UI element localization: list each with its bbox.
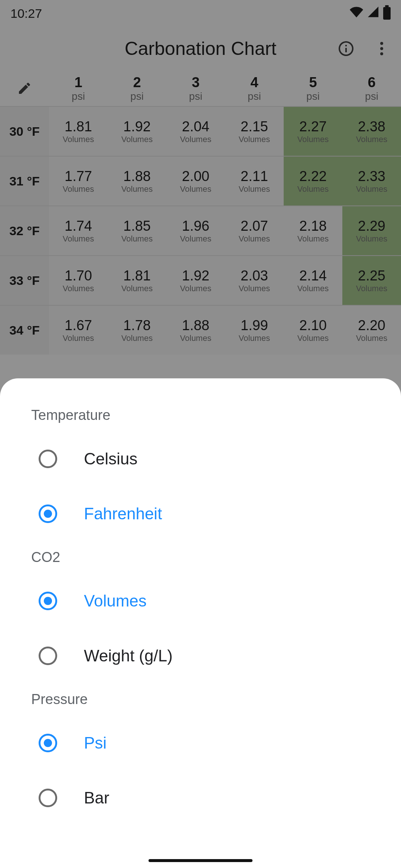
radio-icon[interactable] [39, 789, 57, 807]
radio-label: Bar [84, 789, 109, 807]
settings-bottom-sheet: TemperatureCelsiusFahrenheitCO2VolumesWe… [0, 378, 401, 868]
radio-icon[interactable] [39, 504, 57, 523]
radio-label: Celsius [84, 450, 137, 468]
home-indicator [149, 859, 252, 862]
section-title: Pressure [0, 683, 401, 716]
radio-icon[interactable] [39, 734, 57, 752]
radio-option-fahrenheit[interactable]: Fahrenheit [0, 486, 401, 541]
radio-label: Psi [84, 734, 107, 752]
radio-option-bar[interactable]: Bar [0, 770, 401, 825]
radio-icon[interactable] [39, 647, 57, 665]
section-title: CO2 [0, 541, 401, 573]
radio-option-celsius[interactable]: Celsius [0, 431, 401, 486]
radio-label: Volumes [84, 592, 147, 610]
radio-option-weight-g-l-[interactable]: Weight (g/L) [0, 628, 401, 683]
radio-label: Weight (g/L) [84, 647, 173, 665]
section-title: Temperature [0, 399, 401, 431]
radio-option-volumes[interactable]: Volumes [0, 573, 401, 628]
radio-icon[interactable] [39, 450, 57, 468]
radio-option-psi[interactable]: Psi [0, 716, 401, 770]
radio-icon[interactable] [39, 592, 57, 610]
radio-label: Fahrenheit [84, 504, 162, 523]
